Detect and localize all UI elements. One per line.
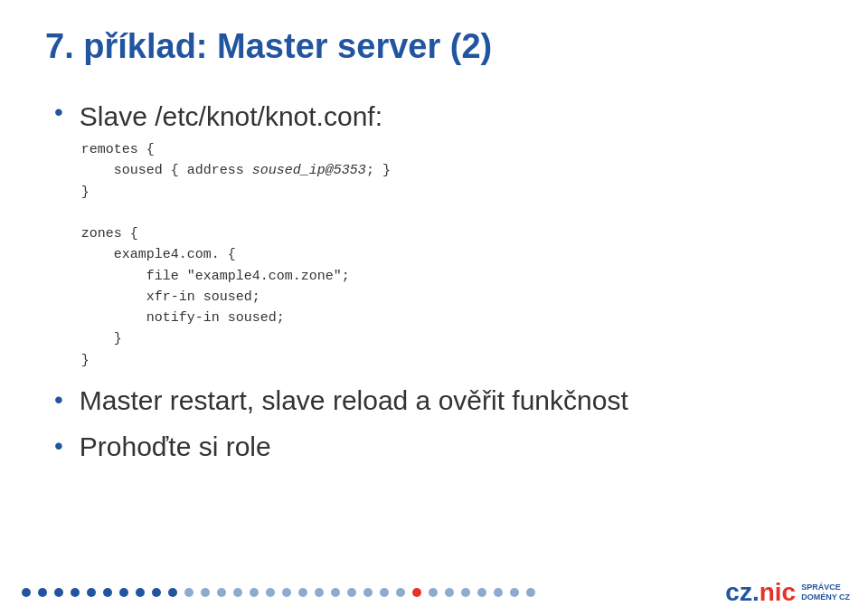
dot-8 bbox=[152, 588, 161, 597]
dot-19 bbox=[331, 588, 340, 597]
logo-sub-line2: DOMÉNY CZ bbox=[801, 592, 850, 602]
logo-text: cz.nic bbox=[725, 578, 796, 607]
bullet-content-1: Slave /etc/knot/knot.conf: remotes { sou… bbox=[80, 98, 391, 371]
dot-1 bbox=[38, 588, 47, 597]
dot-26 bbox=[445, 588, 454, 597]
slide-container: 7. příklad: Master server (2) • Slave /e… bbox=[0, 0, 868, 616]
logo-dot-sep: . bbox=[752, 578, 760, 607]
dot-27 bbox=[461, 588, 470, 597]
dot-25 bbox=[429, 588, 438, 597]
bullet-item-1: • Slave /etc/knot/knot.conf: remotes { s… bbox=[54, 98, 823, 371]
dot-12 bbox=[217, 588, 226, 597]
bullet-item-2: • Master restart, slave reload a ověřit … bbox=[54, 385, 823, 417]
dots-container bbox=[18, 588, 716, 597]
bottom-bar: cz.nic SPRÁVCE DOMÉNY CZ bbox=[0, 569, 868, 616]
dot-18 bbox=[315, 588, 324, 597]
bullet-dot-1: • bbox=[54, 94, 63, 129]
dot-28 bbox=[477, 588, 486, 597]
dot-22 bbox=[380, 588, 389, 597]
dot-17 bbox=[298, 588, 307, 597]
dot-2 bbox=[54, 588, 63, 597]
code-line-1: remotes { soused { address soused_ip@535… bbox=[81, 142, 391, 368]
dot-15 bbox=[266, 588, 275, 597]
dot-4 bbox=[87, 588, 96, 597]
bullet-main-text-1: Slave /etc/knot/knot.conf: bbox=[80, 98, 391, 136]
dot-21 bbox=[363, 588, 373, 597]
logo-sub-line1: SPRÁVCE bbox=[801, 583, 850, 592]
bullet-item-3: • Prohoďte si role bbox=[54, 431, 823, 463]
dot-13 bbox=[233, 588, 242, 597]
code-block-1: remotes { soused { address soused_ip@535… bbox=[81, 139, 391, 371]
dot-24 bbox=[412, 588, 421, 597]
dot-31 bbox=[526, 588, 535, 597]
slide-title: 7. příklad: Master server (2) bbox=[45, 27, 823, 71]
dot-10 bbox=[184, 588, 193, 597]
code-italic-ip: soused_ip@5353 bbox=[252, 163, 366, 178]
logo-sub: SPRÁVCE DOMÉNY CZ bbox=[801, 583, 850, 602]
dot-0 bbox=[22, 588, 31, 597]
bullet-dot-3: • bbox=[54, 428, 63, 463]
bullet-dot-2: • bbox=[54, 382, 63, 417]
dot-3 bbox=[71, 588, 80, 597]
dot-16 bbox=[282, 588, 291, 597]
dot-14 bbox=[250, 588, 259, 597]
bullet-main-text-3: Prohoďte si role bbox=[80, 431, 271, 462]
logo-cz: cz bbox=[725, 578, 752, 607]
dot-11 bbox=[201, 588, 210, 597]
dot-9 bbox=[168, 588, 177, 597]
dot-30 bbox=[510, 588, 519, 597]
bullet-main-text-2: Master restart, slave reload a ověřit fu… bbox=[80, 385, 628, 416]
slide-content: • Slave /etc/knot/knot.conf: remotes { s… bbox=[54, 98, 823, 463]
dot-7 bbox=[136, 588, 145, 597]
dot-5 bbox=[103, 588, 112, 597]
dot-23 bbox=[396, 588, 405, 597]
dot-20 bbox=[347, 588, 356, 597]
dot-6 bbox=[119, 588, 128, 597]
dot-29 bbox=[494, 588, 503, 597]
logo-area: cz.nic SPRÁVCE DOMÉNY CZ bbox=[725, 578, 850, 607]
logo-nic: nic bbox=[760, 578, 796, 607]
